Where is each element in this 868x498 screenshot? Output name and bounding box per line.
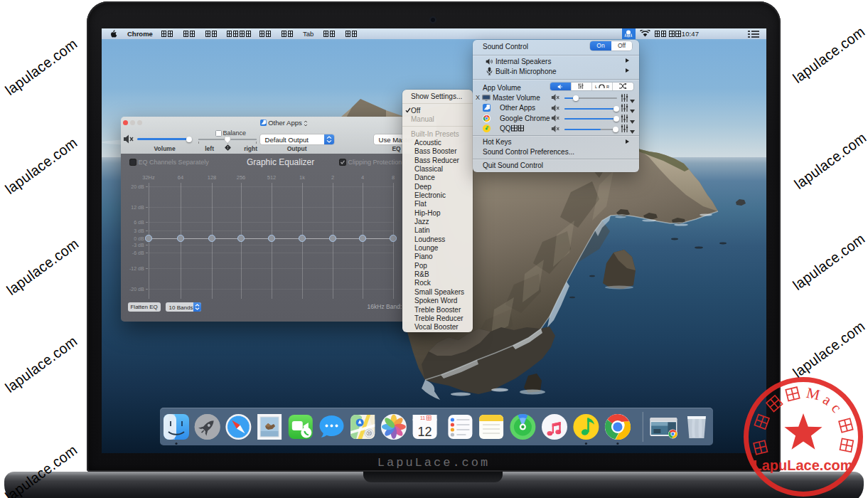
svg-text:c: c xyxy=(828,400,845,416)
svg-text:12: 12 xyxy=(417,425,432,439)
svg-text:30: 30 xyxy=(367,432,371,435)
svg-text:LapuLace.com: LapuLace.com xyxy=(753,457,852,473)
svg-text:M: M xyxy=(805,384,822,404)
svg-text:11: 11 xyxy=(420,415,425,420)
